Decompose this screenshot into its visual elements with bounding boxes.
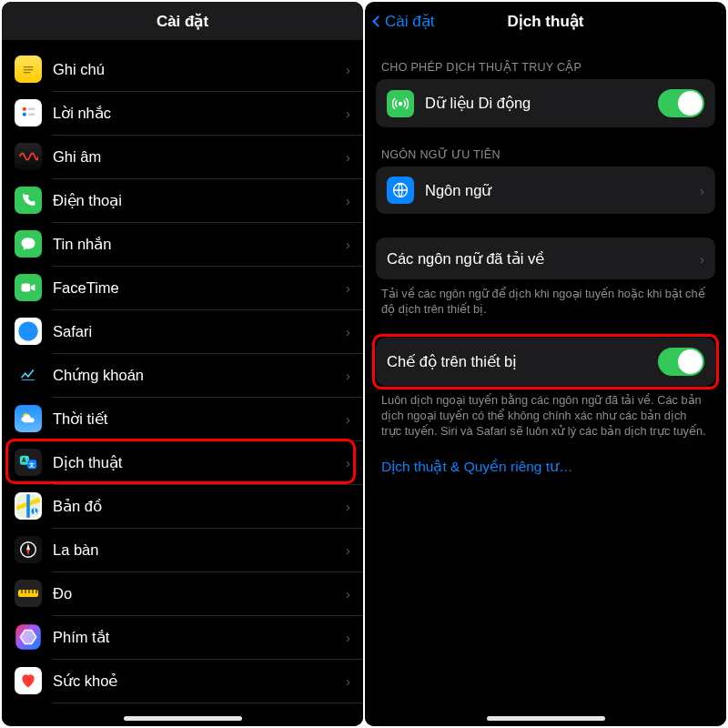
settings-row-label: Thời tiết <box>53 410 346 428</box>
on-device-mode-card: Chế độ trên thiết bị <box>376 338 715 386</box>
translate-settings-screen: Cài đặt Dịch thuật CHO PHÉP DỊCH THUẬT T… <box>365 2 726 726</box>
chevron-right-icon: › <box>700 183 704 198</box>
downloaded-languages-label: Các ngôn ngữ đã tải về <box>387 250 700 268</box>
chevron-right-icon: › <box>346 542 350 558</box>
on-device-mode-row[interactable]: Chế độ trên thiết bị <box>376 338 715 386</box>
page-title: Cài đặt <box>2 12 363 31</box>
svg-point-3 <box>23 107 26 111</box>
chevron-left-icon <box>372 15 384 27</box>
on-device-mode-footer: Luôn dịch ngoại tuyến bằng các ngôn ngữ … <box>381 392 710 440</box>
settings-row-safari[interactable]: Safari› <box>2 309 363 353</box>
downloaded-languages-row[interactable]: Các ngôn ngữ đã tải về › <box>376 238 715 279</box>
on-device-mode-label: Chế độ trên thiết bị <box>387 353 658 370</box>
settings-row-compass[interactable]: La bàn› <box>2 528 363 571</box>
chevron-right-icon: › <box>346 411 350 427</box>
content: CHO PHÉP DỊCH THUẬT TRUY CẬP Dữ liệu Di … <box>365 40 726 726</box>
settings-row-shortcuts[interactable]: Phím tắt› <box>2 615 363 659</box>
settings-row-label: Bản đồ <box>53 498 346 515</box>
home-indicator[interactable] <box>124 716 242 721</box>
messages-icon <box>15 230 42 258</box>
translate-icon: A文 <box>15 449 42 476</box>
voicememo-icon <box>15 143 42 170</box>
settings-row-translate[interactable]: A文Dịch thuật› <box>2 440 363 484</box>
settings-row-label: Phím tắt <box>53 629 346 646</box>
settings-row-label: Ghi chú <box>53 61 346 78</box>
chevron-right-icon: › <box>346 455 350 470</box>
stocks-icon <box>15 361 42 389</box>
notes-icon <box>15 56 42 83</box>
settings-row-label: FaceTime <box>53 279 346 297</box>
settings-row-label: La bàn <box>53 541 346 559</box>
svg-text:文: 文 <box>28 461 35 468</box>
downloaded-languages-footer: Tải về các ngôn ngữ để dịch khi ngoại tu… <box>381 286 710 318</box>
navbar: Cài đặt <box>2 2 363 40</box>
shortcuts-icon <box>15 623 42 651</box>
back-label: Cài đặt <box>385 12 434 31</box>
settings-row-health[interactable]: Sức khoẻ› <box>2 659 363 703</box>
chevron-right-icon: › <box>346 106 350 121</box>
cellular-data-toggle[interactable] <box>658 89 704 117</box>
settings-row-label: Dịch thuật <box>53 454 346 471</box>
section-header-access: CHO PHÉP DỊCH THUẬT TRUY CẬP <box>381 60 712 74</box>
safari-icon <box>15 318 42 345</box>
settings-row-measure[interactable]: Đo› <box>2 571 363 615</box>
back-button[interactable]: Cài đặt <box>370 2 434 40</box>
facetime-icon <box>15 274 42 301</box>
settings-row-label: Chứng khoán <box>53 367 346 384</box>
section-header-preferred-lang: NGÔN NGỮ ƯU TIÊN <box>381 147 712 161</box>
settings-screen: Cài đặt Ghi chú›Lời nhắc›Ghi âm›Điện tho… <box>2 2 363 726</box>
settings-row-messages[interactable]: Tin nhắn› <box>2 222 363 266</box>
settings-row-label: Ghi âm <box>53 148 346 166</box>
settings-row-maps[interactable]: Bản đồ› <box>2 484 363 528</box>
cellular-data-label: Dữ liệu Di động <box>425 95 658 112</box>
chevron-right-icon: › <box>700 251 704 267</box>
settings-row-stocks[interactable]: Chứng khoán› <box>2 353 363 397</box>
chevron-right-icon: › <box>346 673 350 689</box>
antenna-icon <box>387 90 414 117</box>
on-device-mode-toggle[interactable] <box>658 348 704 376</box>
chevron-right-icon: › <box>346 630 350 645</box>
maps-icon <box>15 492 42 520</box>
navbar: Cài đặt Dịch thuật <box>365 2 726 40</box>
settings-row-label: Điện thoại <box>53 192 346 209</box>
settings-row-phone[interactable]: Điện thoại› <box>2 178 363 222</box>
settings-row-label: Tin nhắn <box>53 236 346 253</box>
settings-row-label: Đo <box>53 585 346 602</box>
cellular-data-row[interactable]: Dữ liệu Di động <box>376 79 715 127</box>
svg-text:A: A <box>22 457 26 463</box>
settings-row-label: Safari <box>53 323 346 340</box>
chevron-right-icon: › <box>346 237 350 252</box>
cellular-data-card: Dữ liệu Di động <box>376 79 715 127</box>
chevron-right-icon: › <box>346 368 350 383</box>
settings-list[interactable]: Ghi chú›Lời nhắc›Ghi âm›Điện thoại›Tin n… <box>2 40 363 726</box>
settings-row-label: Sức khoẻ <box>53 672 346 690</box>
weather-icon <box>15 405 42 432</box>
downloaded-languages-card: Các ngôn ngữ đã tải về › <box>376 238 715 279</box>
svg-rect-6 <box>28 113 35 116</box>
settings-row-reminders[interactable]: Lời nhắc› <box>2 91 363 135</box>
chevron-right-icon: › <box>346 149 350 165</box>
svg-point-4 <box>23 113 26 116</box>
measure-icon <box>15 580 42 607</box>
svg-rect-5 <box>28 108 35 111</box>
settings-row-label: Lời nhắc <box>53 105 346 122</box>
settings-row-weather[interactable]: Thời tiết› <box>2 397 363 440</box>
settings-row-notes[interactable]: Ghi chú› <box>2 47 363 91</box>
privacy-link[interactable]: Dịch thuật & Quyền riêng tư… <box>381 459 710 475</box>
svg-rect-19 <box>18 590 38 597</box>
chevron-right-icon: › <box>346 193 350 208</box>
chevron-right-icon: › <box>346 499 350 514</box>
languages-row[interactable]: Ngôn ngữ › <box>376 167 715 214</box>
compass-icon <box>15 536 42 563</box>
languages-card: Ngôn ngữ › <box>376 167 715 214</box>
health-icon <box>15 667 42 694</box>
settings-row-voicememo[interactable]: Ghi âm› <box>2 135 363 178</box>
phone-icon <box>15 187 42 214</box>
svg-point-26 <box>399 102 402 105</box>
chevron-right-icon: › <box>346 62 350 77</box>
home-indicator[interactable] <box>487 716 605 721</box>
reminders-icon <box>15 99 42 126</box>
svg-rect-10 <box>22 379 35 380</box>
settings-row-facetime[interactable]: FaceTime› <box>2 266 363 309</box>
svg-rect-7 <box>22 284 31 292</box>
